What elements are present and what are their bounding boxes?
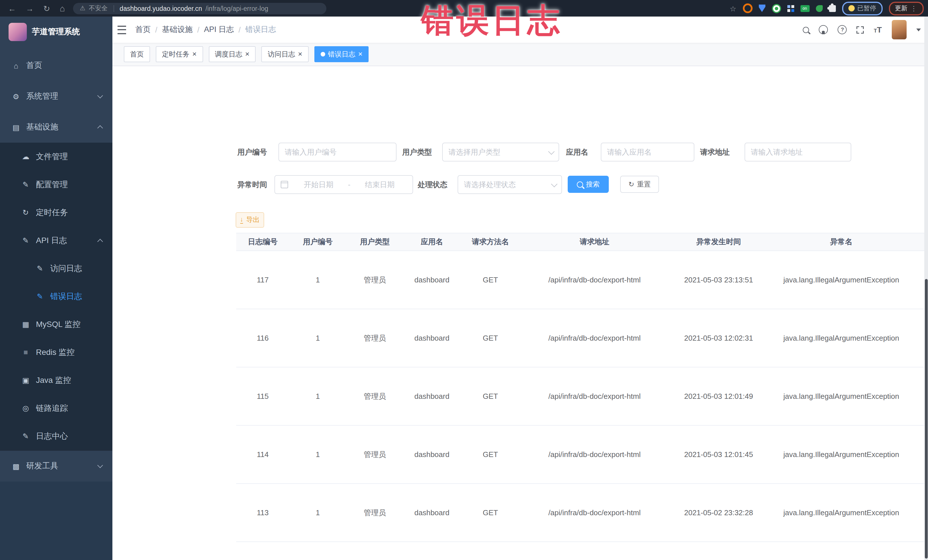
extension-leaf-icon[interactable] (816, 5, 823, 12)
table-row: 115 1 管理员 dashboard GET /api/infra/db-do… (236, 368, 928, 426)
page-content: 用户编号 用户类型 请选择用户类型 应用名 请求地址 异常时间 开始日期 - 结… (112, 66, 928, 560)
export-button[interactable]: 导出 (236, 212, 264, 227)
extensions-puzzle-icon[interactable] (829, 5, 836, 12)
cell-request-url: /api/infra/db-doc/export-html (520, 450, 669, 459)
app-name-input[interactable] (601, 143, 694, 162)
app-title: 芋道管理系统 (32, 27, 80, 37)
sidebar-item-error-logs[interactable]: ✎ 错误日志 (0, 282, 112, 310)
close-tab-icon[interactable] (192, 50, 197, 58)
breadcrumb: 首页 / 基础设施 / API 日志 / 错误日志 (135, 24, 276, 35)
extension-shield-icon[interactable] (759, 5, 765, 12)
extension-ring-icon[interactable] (743, 3, 752, 13)
screen: 不安全 dashboard.yudao.iocoder.cn/infra/log… (0, 0, 928, 560)
exception-time-label: 异常时间 (237, 175, 267, 194)
column-header-exception-name: 异常名 (769, 237, 914, 247)
sidebar-item-config-management[interactable]: ✎ 配置管理 (0, 171, 112, 198)
tab-error-logs[interactable]: 错误日志 (314, 46, 369, 62)
java-monitor-icon: ▣ (21, 376, 30, 385)
sidebar-item-api-logs[interactable]: ✎ API 日志 (0, 226, 112, 255)
sidebar-item-file-management[interactable]: ☁ 文件管理 (0, 143, 112, 171)
sidebar-item-infrastructure[interactable]: ▤ 基础设施 (0, 112, 112, 143)
log-icon: ✎ (21, 432, 30, 441)
cell-log-id: 116 (236, 334, 289, 342)
cell-user-type: 管理员 (346, 391, 403, 401)
paused-button[interactable]: 已暂停 (842, 2, 882, 15)
close-tab-icon[interactable] (245, 50, 249, 58)
close-tab-icon[interactable] (358, 50, 363, 58)
fullscreen-icon[interactable] (857, 26, 864, 34)
cell-request-url: /api/infra/db-doc/export-html (520, 276, 669, 284)
sidebar-item-log-center[interactable]: ✎ 日志中心 (0, 422, 112, 450)
sidebar-item-access-logs[interactable]: ✎ 访问日志 (0, 255, 112, 282)
home-icon: ⌂ (11, 61, 21, 70)
log-icon: ✎ (35, 264, 44, 273)
gear-icon: ⚙ (11, 92, 21, 101)
chevron-down-icon (548, 148, 555, 155)
help-icon[interactable] (838, 25, 847, 34)
address-bar[interactable]: 不安全 dashboard.yudao.iocoder.cn/infra/log… (73, 3, 327, 14)
sidebar-item-dev-tools[interactable]: ▩ 研发工具 (0, 450, 112, 482)
sidebar-item-redis-monitor[interactable]: ≡ Redis 监控 (0, 338, 112, 366)
start-date-placeholder: 开始日期 (292, 179, 346, 190)
extension-green-circle-icon[interactable] (772, 4, 781, 13)
cell-log-id: 114 (236, 450, 289, 459)
extension-grid-icon[interactable] (787, 5, 794, 12)
scrollbar-thumb[interactable] (925, 279, 927, 558)
browser-forward-icon[interactable] (26, 4, 34, 13)
tab-access-logs[interactable]: 访问日志 (261, 46, 308, 62)
avatar[interactable] (891, 20, 906, 40)
tab-home[interactable]: 首页 (124, 46, 150, 62)
sidebar-item-java-monitor[interactable]: ▣ Java 监控 (0, 366, 112, 394)
request-url-label: 请求地址 (700, 143, 730, 162)
browser-menu-icon[interactable] (910, 4, 917, 12)
not-secure-label: 不安全 (89, 4, 108, 12)
browser-reload-icon[interactable] (43, 4, 50, 13)
cell-user-type: 管理员 (346, 449, 403, 459)
search-icon[interactable] (803, 26, 809, 33)
cell-exception-name: java.lang.IllegalArgumentException (769, 276, 914, 284)
cell-exception-name: java.lang.IllegalArgumentException (769, 508, 914, 517)
cell-log-id: 115 (236, 392, 289, 401)
collapse-sidebar-icon[interactable] (118, 25, 126, 34)
exception-time-range-picker[interactable]: 开始日期 - 结束日期 (275, 175, 413, 194)
column-header-method: 请求方法名 (461, 237, 520, 247)
font-size-icon[interactable] (874, 24, 882, 35)
cell-method: GET (461, 508, 520, 517)
bookmark-star-icon[interactable] (730, 3, 736, 14)
breadcrumb-api-logs[interactable]: API 日志 (204, 24, 234, 35)
cell-app-name: dashboard (403, 276, 461, 284)
eye-icon: ◎ (21, 404, 30, 412)
url-host: dashboard.yudao.iocoder.cn (119, 5, 202, 12)
update-button[interactable]: 更新 (888, 2, 923, 15)
page-scrollbar[interactable] (924, 17, 928, 560)
github-icon[interactable] (819, 25, 828, 34)
user-menu-caret-icon[interactable] (916, 28, 920, 31)
sidebar-item-system-management[interactable]: ⚙ 系统管理 (0, 81, 112, 112)
browser-home-icon[interactable] (60, 3, 65, 13)
cell-exception-time: 2021-05-02 23:32:28 (669, 508, 769, 517)
chevron-up-icon (97, 125, 103, 131)
sidebar-item-scheduled-tasks[interactable]: ↻ 定时任务 (0, 198, 112, 226)
browser-back-icon[interactable] (8, 4, 16, 13)
user-type-select[interactable]: 请选择用户类型 (442, 143, 559, 162)
chevron-up-icon (97, 238, 103, 244)
chevron-down-icon (551, 181, 558, 187)
cell-app-name: dashboard (403, 334, 461, 342)
request-url-input[interactable] (745, 143, 851, 162)
reset-button[interactable]: 重置 (620, 176, 659, 193)
breadcrumb-home[interactable]: 首页 (135, 24, 151, 35)
cell-user-id: 1 (289, 450, 346, 459)
tab-schedule-logs[interactable]: 调度日志 (209, 46, 256, 62)
tab-scheduled-tasks[interactable]: 定时任务 (156, 46, 203, 62)
user-id-input[interactable] (278, 143, 397, 162)
sidebar-item-mysql-monitor[interactable]: ▦ MySQL 监控 (0, 310, 112, 338)
table-body: 117 1 管理员 dashboard GET /api/infra/db-do… (236, 251, 928, 560)
process-status-select[interactable]: 请选择处理状态 (458, 175, 562, 194)
sidebar-item-home[interactable]: ⌂ 首页 (0, 50, 112, 81)
sidebar-item-trace[interactable]: ◎ 链路追踪 (0, 394, 112, 422)
search-button[interactable]: 搜索 (568, 176, 609, 193)
close-tab-icon[interactable] (298, 50, 302, 58)
extension-on-badge-icon[interactable]: on (800, 5, 809, 12)
breadcrumb-infrastructure[interactable]: 基础设施 (162, 24, 193, 35)
table-row: 116 1 管理员 dashboard GET /api/infra/db-do… (236, 309, 928, 368)
